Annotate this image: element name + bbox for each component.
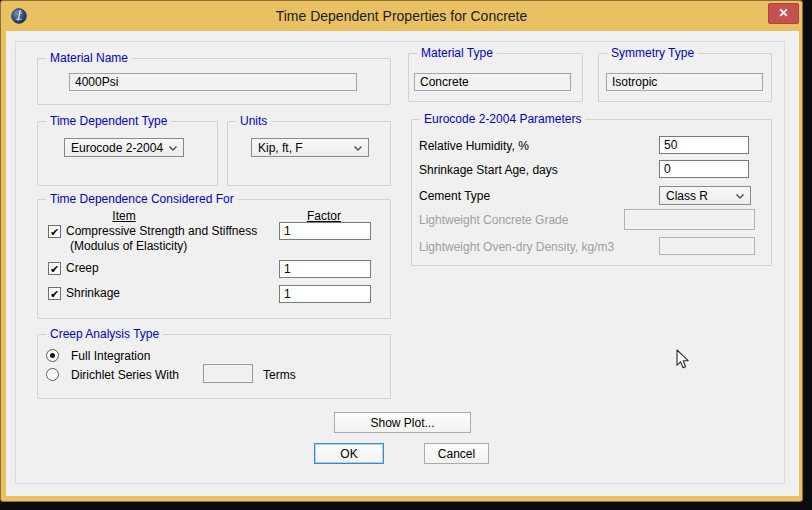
relative-humidity-label: Relative Humidity, % [419, 139, 529, 153]
full-integration-radio[interactable] [46, 349, 59, 362]
lightweight-density-label: Lightweight Oven-dry Density, kg/m3 [419, 240, 614, 254]
symmetry-type-field: Isotropic [606, 73, 763, 91]
close-icon: ✕ [778, 6, 788, 20]
chevron-down-icon [354, 146, 362, 151]
dialog-window: Time Dependent Properties for Concrete ✕… [0, 0, 803, 502]
dropdown-value: Eurocode 2-2004 [71, 141, 163, 155]
shrinkage-factor-input[interactable] [279, 285, 371, 303]
shrinkage-checkbox[interactable]: ✔ [48, 287, 61, 300]
lightweight-concrete-grade-label: Lightweight Concrete Grade [419, 213, 568, 227]
cancel-button[interactable]: Cancel [424, 443, 489, 464]
cement-type-label: Cement Type [419, 189, 490, 203]
creep-checkbox[interactable]: ✔ [48, 262, 61, 275]
full-integration-label: Full Integration [71, 349, 150, 363]
creep-factor-input[interactable] [279, 260, 371, 278]
lightweight-concrete-grade-field [624, 209, 755, 230]
time-dependent-type-dropdown[interactable]: Eurocode 2-2004 [64, 138, 184, 157]
dirichlet-series-radio[interactable] [46, 368, 59, 381]
shrinkage-label: Shrinkage [66, 286, 120, 300]
ok-button[interactable]: OK [314, 443, 384, 464]
creep-label: Creep [66, 261, 99, 275]
material-type-field: Concrete [414, 73, 571, 91]
group-label: Eurocode 2-2004 Parameters [420, 112, 585, 126]
dialog-client-area: Material Name 4000Psi Material Type Conc… [6, 31, 799, 496]
screen: Time Dependent Properties for Concrete ✕… [0, 0, 812, 510]
group-label: Creep Analysis Type [46, 327, 163, 341]
group-label: Units [236, 114, 271, 128]
compressive-strength-factor-input[interactable] [279, 222, 371, 240]
group-label: Symmetry Type [607, 46, 698, 60]
compressive-strength-checkbox[interactable]: ✔ [48, 225, 61, 238]
check-icon: ✔ [50, 288, 59, 300]
shrinkage-start-age-input[interactable] [659, 160, 749, 178]
lightweight-density-field [659, 237, 755, 255]
check-icon: ✔ [50, 263, 59, 275]
terms-label: Terms [263, 368, 296, 382]
compressive-strength-label: Compressive Strength and Stiffness [66, 224, 257, 238]
window-title: Time Dependent Properties for Concrete [1, 1, 802, 31]
close-button[interactable]: ✕ [768, 3, 799, 24]
cement-type-dropdown[interactable]: Class R [659, 186, 751, 205]
chevron-down-icon [169, 146, 177, 151]
check-icon: ✔ [50, 226, 59, 238]
chevron-down-icon [736, 194, 744, 199]
dropdown-value: Class R [666, 189, 708, 203]
units-dropdown[interactable]: Kip, ft, F [251, 138, 369, 157]
dirichlet-terms-input[interactable] [203, 364, 253, 383]
relative-humidity-input[interactable] [659, 136, 749, 154]
title-bar: Time Dependent Properties for Concrete ✕ [1, 1, 802, 31]
shrinkage-start-age-label: Shrinkage Start Age, days [419, 163, 558, 177]
group-label: Material Name [46, 51, 132, 65]
dropdown-value: Kip, ft, F [258, 141, 303, 155]
group-label: Time Dependence Considered For [46, 192, 238, 206]
dirichlet-series-label: Dirichlet Series With [71, 368, 179, 382]
factor-column-header: Factor [294, 209, 354, 223]
group-label: Time Dependent Type [46, 114, 171, 128]
compressive-strength-label-2: (Modulus of Elasticity) [70, 239, 187, 253]
show-plot-button[interactable]: Show Plot... [334, 412, 471, 433]
material-name-field: 4000Psi [69, 73, 357, 91]
group-label: Material Type [417, 46, 497, 60]
item-column-header: Item [94, 209, 154, 223]
